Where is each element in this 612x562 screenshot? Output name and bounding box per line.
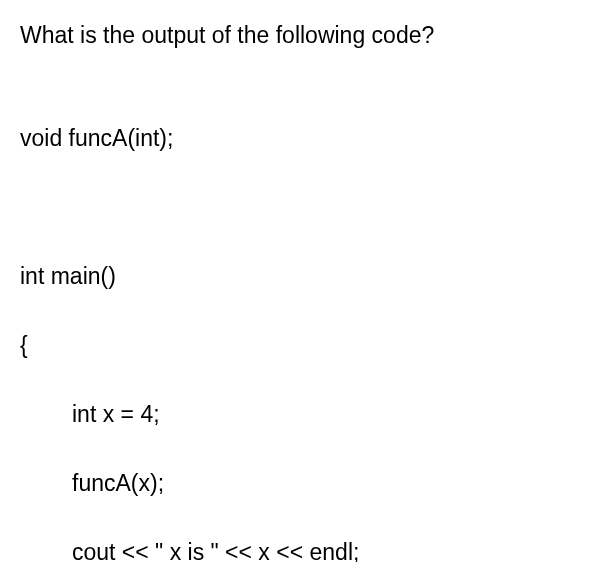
code-line-func-call: funcA(x); xyxy=(20,466,592,501)
code-line-open-brace: { xyxy=(20,328,592,363)
code-line-main-signature: int main() xyxy=(20,259,592,294)
code-blank-line xyxy=(20,190,592,225)
code-line-declaration: void funcA(int); xyxy=(20,121,592,156)
code-block: void funcA(int); int main() { int x = 4;… xyxy=(20,87,592,563)
code-line-cout: cout << " x is " << x << endl; xyxy=(20,535,592,562)
question-text: What is the output of the following code… xyxy=(20,18,592,53)
code-line-var-decl: int x = 4; xyxy=(20,397,592,432)
